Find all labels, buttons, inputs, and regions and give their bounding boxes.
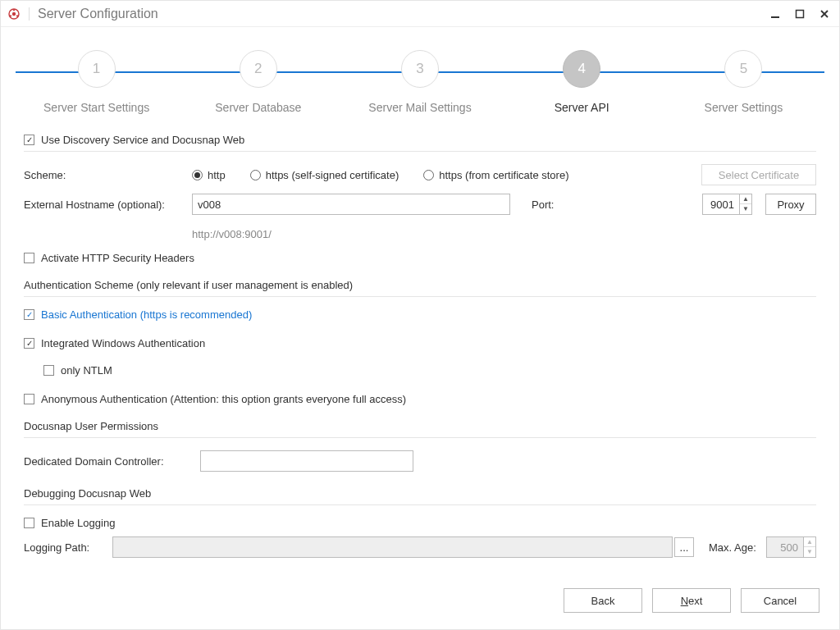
- step-circle: 3: [401, 50, 439, 88]
- permissions-header: Docusnap User Permissions: [24, 420, 816, 432]
- svg-point-3: [16, 15, 18, 16]
- anonymous-auth-checkbox[interactable]: [24, 394, 34, 404]
- select-certificate-button: Select Certificate: [701, 164, 816, 185]
- security-headers-checkbox[interactable]: [24, 253, 34, 263]
- max-age-spin: ▲▼: [766, 536, 816, 558]
- dedicated-dc-label: Dedicated Domain Controller:: [24, 455, 200, 468]
- enable-logging-label: Enable Logging: [41, 517, 115, 529]
- step-label: Server Start Settings: [43, 101, 149, 114]
- hostname-label: External Hostname (optional):: [24, 199, 192, 211]
- scheme-https-self-radio[interactable]: https (self-signed certificate): [250, 169, 399, 181]
- use-discovery-checkbox[interactable]: [24, 135, 34, 145]
- use-discovery-label: Use Discovery Service and Docusnap Web: [41, 134, 244, 146]
- security-headers-label: Activate HTTP Security Headers: [41, 252, 194, 264]
- hostname-input[interactable]: [192, 194, 510, 215]
- basic-auth-label: Basic Authentication (https is recommend…: [41, 308, 252, 321]
- step-3[interactable]: 3 Server Mail Settings: [339, 50, 500, 114]
- step-circle: 1: [78, 50, 116, 88]
- svg-rect-5: [771, 16, 779, 18]
- port-label: Port:: [532, 199, 581, 211]
- max-age-input: [766, 536, 804, 558]
- spin-down-icon: ▼: [804, 547, 815, 557]
- step-label: Server Settings: [705, 101, 783, 114]
- svg-point-1: [12, 11, 16, 15]
- step-circle: 4: [563, 50, 600, 88]
- step-label: Server Database: [215, 101, 301, 114]
- step-5[interactable]: 5 Server Settings: [663, 50, 824, 114]
- app-icon: [7, 7, 21, 21]
- maximize-button[interactable]: [792, 6, 808, 22]
- window-title: Server Configuration: [38, 7, 158, 21]
- step-1[interactable]: 1 Server Start Settings: [16, 50, 177, 114]
- anonymous-auth-label: Anonymous Authentication (Attention: thi…: [41, 393, 406, 405]
- step-2[interactable]: 2 Server Database: [177, 50, 339, 114]
- proxy-button[interactable]: Proxy: [765, 194, 816, 215]
- logging-path-input: [112, 536, 673, 558]
- step-label: Server Mail Settings: [368, 101, 471, 114]
- spin-up-icon: ▲: [804, 537, 815, 547]
- cancel-button[interactable]: Cancel: [741, 588, 819, 613]
- next-button[interactable]: Next: [652, 588, 731, 613]
- max-age-label: Max. Age:: [709, 541, 766, 554]
- svg-point-4: [10, 15, 11, 16]
- close-button[interactable]: [816, 6, 833, 22]
- iwa-checkbox[interactable]: [24, 338, 34, 349]
- spin-down-icon[interactable]: ▼: [740, 204, 751, 214]
- scheme-label: Scheme:: [24, 169, 192, 181]
- svg-rect-6: [797, 10, 804, 17]
- port-spin[interactable]: ▲▼: [702, 194, 752, 215]
- back-button[interactable]: Back: [564, 588, 642, 613]
- debug-header: Debugging Docusnap Web: [24, 487, 816, 500]
- spin-up-icon[interactable]: ▲: [740, 194, 751, 204]
- svg-point-2: [13, 9, 15, 11]
- step-circle: 5: [724, 50, 762, 88]
- browse-path-button[interactable]: ...: [674, 537, 694, 557]
- step-4[interactable]: 4 Server API: [501, 50, 663, 114]
- auth-scheme-header: Authentication Scheme (only relevant if …: [24, 279, 816, 291]
- dedicated-dc-input[interactable]: [200, 450, 413, 472]
- minimize-button[interactable]: [767, 6, 783, 22]
- ntlm-label: only NTLM: [61, 364, 112, 377]
- port-input[interactable]: [702, 194, 740, 215]
- logging-path-label: Logging Path:: [24, 541, 112, 554]
- enable-logging-checkbox[interactable]: [24, 518, 34, 528]
- scheme-http-radio[interactable]: http: [192, 169, 226, 181]
- basic-auth-checkbox[interactable]: [24, 309, 34, 320]
- url-preview: http://v008:9001/: [192, 228, 272, 240]
- ntlm-checkbox[interactable]: [43, 365, 54, 376]
- iwa-label: Integrated Windows Authentication: [41, 337, 205, 349]
- scheme-https-store-radio[interactable]: https (from certificate store): [423, 169, 568, 181]
- step-label: Server API: [555, 101, 609, 114]
- step-circle: 2: [240, 50, 277, 88]
